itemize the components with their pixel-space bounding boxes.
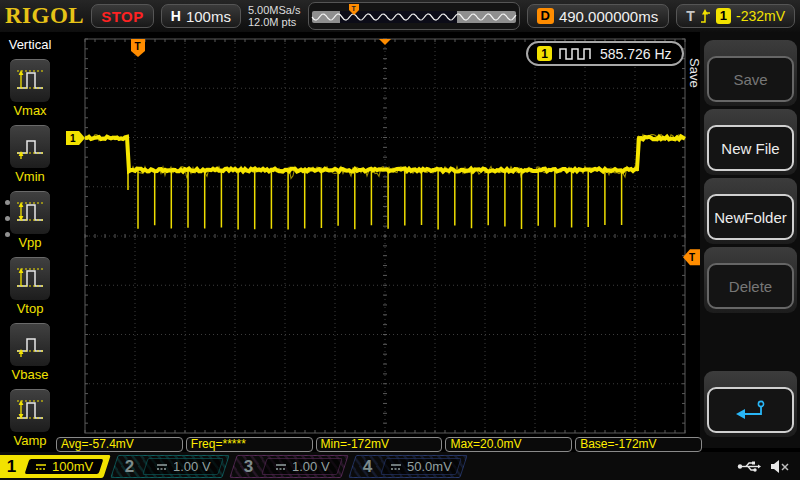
measure-button-vmax[interactable]: Vmax (0, 59, 60, 118)
top-bar: RIGOL STOP H 100ms 5.00MSa/s 12.0M pts T… (0, 0, 800, 32)
measure-label: Vtop (17, 301, 44, 316)
rigol-logo: RIGOL (5, 3, 84, 29)
h-label: H (171, 8, 181, 24)
dc-coupling-icon (35, 462, 47, 470)
measurement-readout: Base=-172mV (575, 437, 702, 452)
horizontal-timebase[interactable]: H 100ms (161, 4, 241, 28)
graticule (85, 39, 685, 433)
menu-button-save[interactable]: Save (707, 56, 794, 102)
menu-tab-save: Save (687, 58, 702, 88)
return-arrow-icon (734, 399, 768, 421)
measurement-readout: Min=-172mV (316, 437, 443, 452)
usb-icon (737, 460, 761, 473)
svg-text:1: 1 (70, 133, 76, 144)
memory-depth: 12.0M pts (248, 16, 301, 28)
channel-bar: 1 100mV 2 1.00 V 3 1.00 V 4 (0, 452, 800, 480)
frequency-counter: 1 585.726 Hz (526, 41, 684, 66)
measure-button-vamp[interactable]: Vamp (0, 389, 60, 448)
measure-button-vtop[interactable]: Vtop (0, 257, 60, 316)
delay-label: D (537, 8, 554, 24)
sample-rate: 5.00MSa/s (248, 4, 301, 16)
measure-label: Vamp (14, 433, 47, 448)
svg-text:T: T (135, 41, 141, 52)
run-stop-button[interactable]: STOP (91, 4, 154, 28)
oscilloscope-screen: RIGOL STOP H 100ms 5.00MSa/s 12.0M pts T… (0, 0, 800, 480)
trigger-readout[interactable]: T 1 -232mV (676, 4, 795, 28)
menu-button-delete[interactable]: Delete (707, 263, 794, 309)
freq-counter-value: 585.726 Hz (600, 46, 672, 62)
sample-rate-readout: 5.00MSa/s 12.0M pts (248, 4, 301, 28)
menu-slot (704, 371, 797, 437)
run-state-label: STOP (101, 8, 144, 25)
menu-slot: Save (704, 40, 797, 106)
dc-coupling-icon (390, 462, 402, 470)
measure-button-vmin[interactable]: Vmin (0, 125, 60, 184)
vtop-icon (10, 257, 50, 300)
delay-readout[interactable]: D 490.000000ms (527, 4, 670, 28)
measurement-readout: Freq=***** (186, 437, 313, 452)
dc-coupling-icon (156, 462, 168, 470)
channel-scale: 1.00 V (261, 458, 343, 475)
menu-button-newfolder[interactable]: NewFolder (707, 194, 794, 240)
menu-slot: NewFolder (704, 178, 797, 244)
menu-button-new-file[interactable]: New File (707, 125, 794, 171)
measurement-bar: Avg=-57.4mVFreq=*****Min=-172mVMax=20.0m… (56, 437, 702, 452)
svg-text:T: T (351, 5, 356, 12)
scope-display[interactable]: 1TT 1 585.726 Hz (60, 32, 700, 437)
speaker-muted-icon (770, 459, 790, 474)
channel-badge-1[interactable]: 1 100mV (0, 455, 111, 478)
measure-sidebar: Vertical Vmax Vmin Vpp Vtop Vbase Vamp (0, 32, 60, 452)
vmin-icon (10, 125, 50, 168)
screen-center-marker[interactable] (379, 39, 391, 45)
freq-counter-channel: 1 (537, 46, 552, 61)
measure-button-vbase[interactable]: Vbase (0, 323, 60, 382)
waveform-preview-bar[interactable]: T (308, 2, 520, 30)
channel-badge-3[interactable]: 3 1.00 V (229, 455, 348, 478)
channel-scale: 100mV (25, 459, 104, 474)
trigger-label: T (686, 8, 695, 24)
save-menu: Save SaveNew FileNewFolderDelete (700, 32, 800, 448)
svg-text:T: T (689, 252, 695, 263)
vmax-icon (10, 59, 50, 102)
trigger-level: -232mV (736, 8, 785, 24)
preview-waveform: T (309, 3, 519, 29)
measure-label: Vmin (15, 169, 45, 184)
measure-category-title: Vertical (0, 32, 60, 52)
measure-label: Vmax (13, 103, 46, 118)
status-icons (737, 459, 790, 474)
menu-back-button[interactable] (707, 387, 794, 433)
menu-slot: Delete (704, 247, 797, 313)
channel-badge-2[interactable]: 2 1.00 V (110, 455, 229, 478)
measurement-readout: Avg=-57.4mV (56, 437, 183, 452)
measure-label: Vpp (18, 235, 41, 250)
measure-label: Vbase (12, 367, 49, 382)
channel-badge-4[interactable]: 4 50.0mV (348, 455, 467, 478)
dc-coupling-icon (275, 462, 287, 470)
channel-scale: 50.0mV (380, 458, 462, 475)
timebase-value: 100ms (186, 8, 231, 25)
menu-slot: New File (704, 109, 797, 175)
square-wave-icon (559, 47, 593, 60)
page-indicator-dots (5, 200, 10, 237)
trigger-source: 1 (716, 8, 731, 24)
delay-value: 490.000000ms (559, 8, 658, 25)
rising-edge-icon (700, 8, 711, 24)
vamp-icon (10, 389, 50, 432)
channel-scale: 1.00 V (142, 458, 224, 475)
vbase-icon (10, 323, 50, 366)
measurement-readout: Max=20.0mV (445, 437, 572, 452)
vpp-icon (10, 191, 50, 234)
